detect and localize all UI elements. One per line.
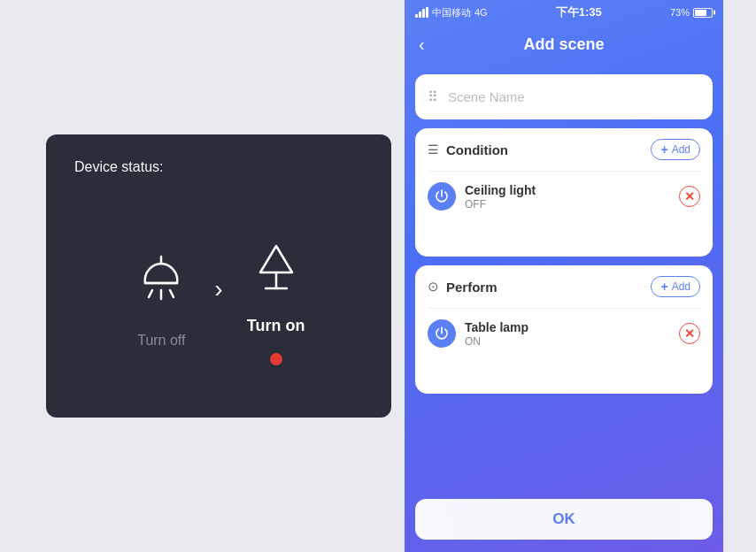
turn-on-wrap: Turn on [241,232,312,365]
perform-circle-icon: ⊙ [428,279,439,295]
status-bar: 中国移动 4G 下午1:35 73% [405,0,723,25]
battery-fill [695,10,706,16]
condition-item-name: Ceiling light [465,183,536,197]
grid-icon: ⠿ [428,88,439,105]
condition-remove-button[interactable]: ✕ [679,186,700,207]
condition-power-icon [428,182,456,211]
perform-power-svg [434,326,450,341]
battery-body [693,8,713,18]
scene-name-box[interactable]: ⠿ Scene Name [415,74,713,119]
perform-item-info: Table lamp ON [465,320,528,348]
perform-card-header: ⊙ Perform + Add [415,265,713,308]
perform-add-label: Add [672,280,690,293]
device-icons-row: Turn off › Turn on [74,203,363,393]
svg-marker-5 [260,246,292,272]
condition-item-row: Ceiling light OFF ✕ [415,172,713,221]
turn-off-label: Turn off [137,333,185,349]
battery-percent-text: 73% [670,7,690,18]
turn-on-label: Turn on [247,317,305,335]
condition-title: Condition [446,142,508,157]
perform-item-row: Table lamp ON ✕ [415,309,713,358]
perform-item-status: ON [465,335,528,348]
device-card: Device status: Turn off › [46,134,391,418]
perform-plus-icon: + [660,280,667,294]
back-button[interactable]: ‹ [419,34,425,55]
signal-bar-4 [426,7,428,18]
perform-header-left: ⊙ Perform [428,279,498,295]
scene-name-placeholder: Scene Name [448,89,525,104]
power-svg [434,188,450,204]
perform-title: Perform [446,280,498,295]
condition-add-button[interactable]: + Add [651,139,700,160]
signal-bar-2 [419,12,421,18]
signal-bar-3 [422,9,425,18]
perform-power-icon [428,319,456,348]
perform-add-button[interactable]: + Add [651,276,700,297]
condition-card-spacer [415,221,713,257]
condition-card-header: ☰ Condition + Add [415,128,713,171]
time-display: 下午1:35 [556,4,602,20]
condition-header-left: ☰ Condition [428,142,508,157]
svg-line-2 [149,290,152,297]
left-panel: Device status: Turn off › [33,0,405,552]
phone-ui: 中国移动 4G 下午1:35 73% ‹ Add scene ⠿ Scene N… [405,0,723,552]
condition-plus-icon: + [660,142,667,157]
device-status-label: Device status: [74,159,363,175]
perform-remove-button[interactable]: ✕ [679,323,700,344]
condition-card: ☰ Condition + Add [415,128,713,257]
perform-card-spacer [415,358,713,394]
perform-item-left: Table lamp ON [428,319,528,348]
page-title: Add scene [523,35,604,54]
network-type: 4G [474,7,488,18]
turn-off-wrap: Turn off [126,248,197,349]
selected-indicator [270,353,282,365]
app-header: ‹ Add scene [405,25,723,64]
carrier-text: 中国移动 [432,6,471,19]
app-content: ⠿ Scene Name ☰ Condition + Add [405,64,723,490]
condition-list-icon: ☰ [428,142,439,157]
ceiling-lamp-off-icon [126,248,197,318]
signal-bar-1 [415,14,418,18]
condition-add-label: Add [672,143,690,156]
svg-line-4 [170,290,174,297]
status-right: 73% [670,7,713,18]
perform-item-name: Table lamp [465,320,528,334]
battery-icon [693,8,713,18]
condition-item-left: Ceiling light OFF [428,182,536,211]
status-left: 中国移动 4G [415,6,488,19]
ok-btn-wrap: OK [405,490,723,552]
arrow-right-icon: › [214,275,222,303]
signal-bars-icon [415,7,428,18]
perform-card: ⊙ Perform + Add [415,265,713,394]
table-lamp-on-icon [241,232,312,303]
ok-button[interactable]: OK [415,499,713,540]
condition-item-info: Ceiling light OFF [465,183,536,211]
condition-item-status: OFF [465,198,536,211]
